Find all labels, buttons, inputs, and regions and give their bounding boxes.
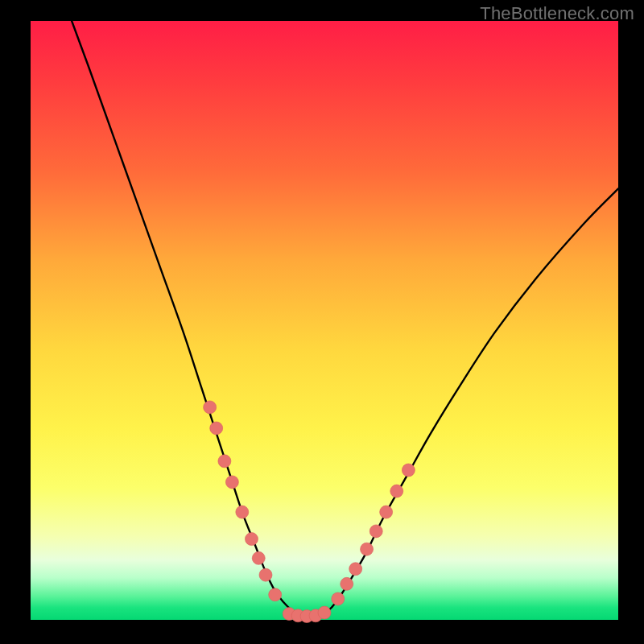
- plot-area: [31, 21, 618, 620]
- marker-dot: [210, 422, 223, 435]
- marker-dot: [349, 563, 362, 576]
- marker-dot: [204, 401, 217, 414]
- marker-dot: [380, 506, 393, 518]
- marker-dot: [245, 533, 258, 546]
- marker-dot: [369, 525, 382, 538]
- marker-dot: [236, 506, 249, 518]
- chart-frame: TheBottleneck.com: [0, 0, 644, 644]
- marker-dot: [361, 543, 374, 555]
- marker-dot: [332, 592, 345, 605]
- markers: [204, 401, 415, 623]
- marker-dot: [269, 588, 282, 601]
- marker-dot: [318, 606, 331, 619]
- marker-dot: [341, 577, 353, 590]
- marker-dot: [225, 476, 238, 489]
- marker-dot: [402, 464, 415, 477]
- bottleneck-curve: [72, 21, 618, 617]
- marker-dot: [252, 551, 265, 564]
- marker-dot: [259, 568, 272, 581]
- marker-dot: [218, 455, 231, 468]
- watermark-text: TheBottleneck.com: [480, 3, 634, 24]
- curve-svg: [31, 21, 618, 620]
- marker-dot: [390, 485, 403, 497]
